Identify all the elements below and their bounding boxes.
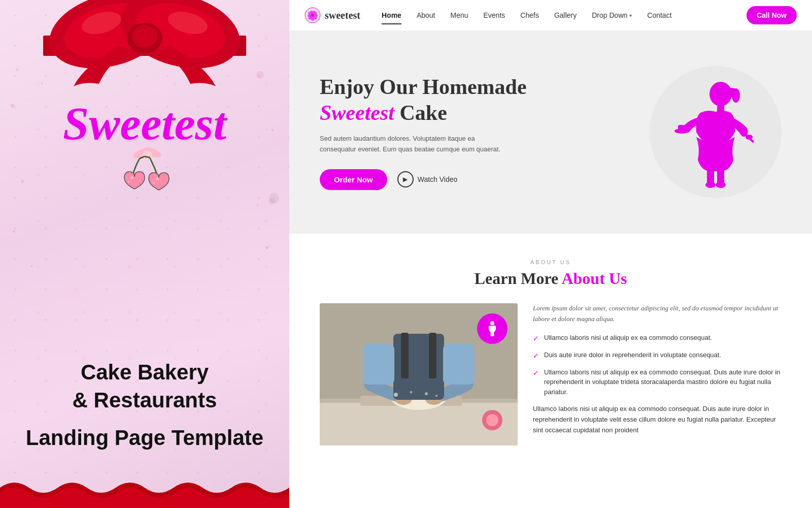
svg-point-45 (394, 393, 398, 397)
chef-silhouette (650, 66, 782, 198)
deco-heart-7: ♥ (13, 229, 16, 234)
deco-heart-3: ♥ (10, 102, 15, 111)
logo-icon (304, 7, 321, 23)
about-title-pink-text: About Us (561, 269, 627, 288)
check-text-1: Ullamco laboris nisi ut aliquip ex ea co… (544, 333, 712, 343)
bow-decoration (43, 0, 246, 102)
about-label: ABOUT US (320, 259, 782, 265)
hero-description: Sed autem laudantium dolores. Voluptatem… (320, 134, 513, 155)
about-italic-text: Lorem ipsum dolor sit amet, consectetur … (533, 303, 782, 325)
deco-heart-6: ♥ (256, 203, 259, 208)
bottom-text: Cake Bakery & Restaurants Landing Page T… (8, 359, 282, 452)
nav-links: Home About Menu Events Chefs Gallery Dro… (376, 7, 747, 23)
svg-point-48 (435, 395, 437, 397)
svg-point-23 (732, 88, 740, 103)
checkmark-icon-1: ✓ (533, 333, 539, 344)
svg-point-6 (132, 25, 157, 48)
deco-circle-1 (256, 71, 264, 79)
logo-text: sweetest (325, 10, 360, 21)
nav-dropdown[interactable]: Drop Down ▾ (586, 7, 638, 23)
check-item-2: ✓ Duis aute irure dolor in reprehenderit… (533, 350, 782, 361)
deco-heart-9: ♥ (30, 264, 33, 269)
about-content: Lorem ipsum dolor sit amet, consectetur … (320, 303, 782, 446)
svg-point-46 (425, 392, 428, 395)
deco-heart-8: ♥ (265, 244, 269, 252)
svg-rect-43 (363, 344, 394, 385)
svg-rect-41 (401, 333, 409, 378)
check-text-3: Ullamco laboris nisi ut aliquip ex ea co… (544, 367, 782, 397)
svg-point-32 (716, 182, 726, 188)
call-now-button[interactable]: Call Now (747, 6, 797, 24)
nav-chefs[interactable]: Chefs (514, 7, 545, 23)
hero-title: Enjoy Our Homemade Sweetest Cake (320, 74, 573, 125)
text-line-1: Cake Bakery (8, 359, 282, 387)
svg-point-50 (486, 414, 498, 426)
svg-rect-44 (443, 344, 475, 385)
deco-heart-5: ♥ (20, 178, 24, 186)
hero-buttons: Order Now ▶ Watch Video (320, 169, 573, 190)
nav-gallery[interactable]: Gallery (548, 7, 583, 23)
svg-point-14 (130, 176, 133, 179)
about-title: Learn More About Us (320, 269, 782, 288)
hero-section: Enjoy Our Homemade Sweetest Cake Sed aut… (289, 30, 812, 234)
svg-point-15 (127, 181, 129, 183)
deco-circle-3 (269, 193, 279, 203)
nav-home[interactable]: Home (376, 7, 408, 23)
logo-overlay-icon (482, 319, 502, 339)
order-now-button[interactable]: Order Now (320, 169, 387, 190)
check-text-2: Duis aute irure dolor in reprehenderit i… (544, 350, 721, 360)
about-text: Lorem ipsum dolor sit amet, consectetur … (533, 303, 782, 435)
nav-menu[interactable]: Menu (444, 7, 474, 23)
checkmark-icon-3: ✓ (533, 368, 539, 378)
hero-title-cake: Cake (399, 101, 447, 124)
chevron-down-icon: ▾ (629, 13, 632, 18)
checkmark-icon-2: ✓ (533, 351, 539, 361)
svg-point-16 (156, 177, 159, 180)
about-logo-overlay (477, 313, 507, 344)
svg-rect-53 (491, 332, 494, 336)
about-header: ABOUT US Learn More About Us (320, 259, 782, 288)
sweetest-title: Sweetest (63, 97, 226, 150)
hero-content: Enjoy Our Homemade Sweetest Cake Sed aut… (320, 74, 573, 189)
svg-rect-28 (678, 125, 685, 131)
deco-heart-4: ♥ (271, 127, 274, 133)
check-item-3: ✓ Ullamco laboris nisi ut aliquip ex ea … (533, 367, 782, 397)
svg-point-19 (311, 14, 314, 17)
watch-video-label: Watch Video (418, 175, 458, 183)
nav-dropdown-label: Drop Down (592, 11, 627, 19)
right-panel: sweetest Home About Menu Events Chefs Ga… (289, 0, 812, 508)
svg-rect-42 (429, 333, 436, 378)
logo: sweetest (304, 7, 360, 23)
deco-heart-1: ♥ (15, 66, 19, 74)
svg-point-31 (705, 182, 716, 188)
play-icon: ▶ (397, 171, 414, 187)
about-paragraph: Ullamco laboris nisi ut aliquip ex ea co… (533, 404, 782, 435)
svg-point-52 (490, 321, 494, 325)
about-title-normal: Learn More (475, 269, 559, 288)
text-line-3: Landing Page Template (8, 424, 282, 452)
left-panel: ♥ ♥ ♥ ♥ ♥ ♥ ♥ ♥ ♥ (0, 0, 289, 508)
hero-image (650, 66, 782, 198)
svg-point-17 (153, 182, 155, 184)
bottom-waves (0, 467, 289, 508)
svg-point-47 (410, 391, 413, 394)
nav-events[interactable]: Events (478, 7, 512, 23)
hero-title-pink: Sweetest (320, 101, 394, 124)
cherry-decoration (114, 147, 175, 198)
about-image (320, 303, 518, 446)
hero-title-line1: Enjoy Our Homemade (320, 75, 527, 99)
navbar: sweetest Home About Menu Events Chefs Ga… (289, 0, 812, 30)
about-section: ABOUT US Learn More About Us (289, 234, 812, 508)
nav-about[interactable]: About (411, 7, 442, 23)
nav-contact[interactable]: Contact (641, 7, 678, 23)
text-line-2: & Restaurants (8, 387, 282, 415)
watch-video-button[interactable]: ▶ Watch Video (397, 171, 458, 187)
check-item-1: ✓ Ullamco laboris nisi ut aliquip ex ea … (533, 333, 782, 344)
